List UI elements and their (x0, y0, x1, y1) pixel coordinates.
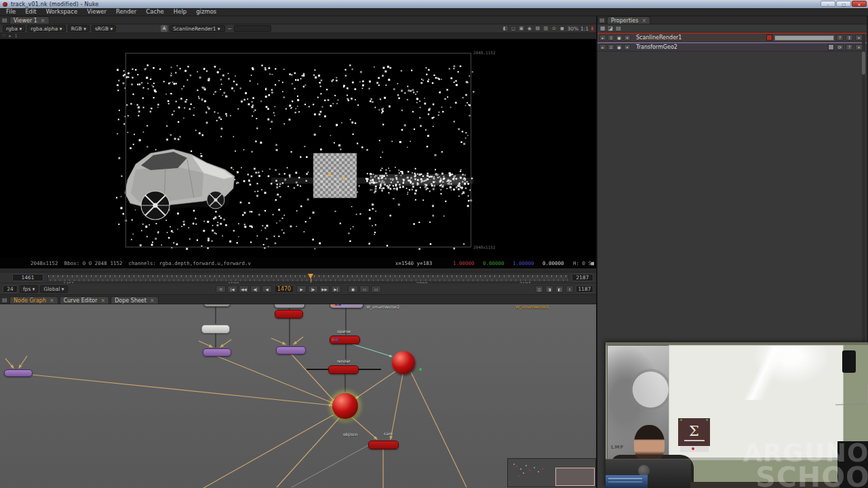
transport-button[interactable]: ◀ (262, 285, 272, 293)
node-graph-panel[interactable]: sparserenderobj/scncamW_smartVector2W_sm… (0, 304, 596, 488)
header-button[interactable]: ↕ (608, 44, 614, 50)
close-icon[interactable]: × (50, 298, 54, 304)
node-cut-gray2[interactable] (274, 304, 305, 308)
fps-dropdown[interactable]: fps ▾ (20, 285, 38, 293)
transport-button[interactable]: |▶ (308, 285, 318, 293)
header-icon-button[interactable]: ↥ (846, 35, 853, 41)
node-red-sparse[interactable] (330, 336, 360, 344)
properties-toolbar-icon[interactable]: ▤ (616, 25, 621, 31)
viewer-tool-icon[interactable]: ◧ (502, 26, 508, 32)
node-wire[interactable] (294, 337, 303, 344)
node-wire[interactable] (292, 445, 368, 487)
panel-menu-icon[interactable]: ▤ (599, 17, 605, 23)
range-mode-dropdown[interactable]: Global ▾ (40, 285, 67, 293)
menu-item-render[interactable]: Render (111, 8, 141, 16)
transport-button[interactable]: |◀ (227, 285, 237, 293)
timeline-right-icon[interactable]: ⇩ (566, 285, 574, 293)
header-button[interactable]: ▸ (599, 44, 606, 50)
node-red-render[interactable] (328, 365, 359, 374)
a-buffer-badge[interactable]: A (161, 25, 167, 32)
menu-item-cache[interactable]: Cache (141, 8, 168, 16)
node-sphere-selected[interactable] (332, 393, 358, 419)
channels-dropdown[interactable]: rgba ▾ (3, 25, 25, 32)
properties-toolbar-icon[interactable]: ▦ (600, 25, 606, 31)
panel-menu-icon[interactable]: ▤ (2, 297, 7, 303)
viewer-tool-icon[interactable]: ◼ (559, 26, 565, 32)
node-white[interactable] (201, 325, 230, 333)
node-purple-left[interactable] (4, 369, 33, 377)
node-color-swatch[interactable] (828, 44, 834, 50)
close-icon[interactable]: × (150, 298, 155, 304)
header-button[interactable]: ● (616, 44, 623, 50)
proxy-toggle[interactable]: 1:1 (580, 26, 589, 32)
menu-item-gizmos[interactable]: gizmos (191, 8, 221, 16)
viewer-tool-icon[interactable]: ▣ (518, 26, 524, 32)
transport-button[interactable]: ▶| (331, 285, 341, 293)
transport-button[interactable]: ▭ (371, 285, 381, 293)
maximize-button[interactable]: ▢ (836, 1, 851, 7)
node-wire[interactable] (19, 356, 27, 368)
colorspace-dropdown[interactable]: sRGB ▾ (92, 25, 116, 32)
tab-curve-editor[interactable]: Curve Editor× (60, 296, 110, 304)
transport-button[interactable]: ⟲ (216, 285, 226, 293)
frame-range-field[interactable]: 1187 (576, 285, 593, 293)
subtoolbar-icon[interactable]: ∷ (3, 33, 5, 39)
node-red-top[interactable] (275, 310, 303, 319)
node-wire[interactable] (199, 341, 212, 347)
properties-header-scanlinerender1[interactable]: ▸↕●▾ScanlineRender1?↥× (597, 33, 867, 42)
end-frame-field[interactable]: 2187 (572, 274, 593, 281)
menu-item-workspace[interactable]: Workspace (41, 8, 82, 16)
node-wire[interactable] (391, 374, 403, 439)
current-frame-display[interactable]: 1470 (275, 285, 294, 293)
close-icon[interactable]: × (101, 298, 106, 304)
menu-item-file[interactable]: File (1, 8, 20, 16)
minimap-view-rect[interactable] (555, 468, 595, 486)
transport-button[interactable]: ◀| (250, 285, 260, 293)
node-color-swatch[interactable] (766, 35, 772, 41)
viewer-viewport[interactable]: 2048,1152 2048x1152 (0, 39, 596, 258)
close-icon[interactable]: × (41, 18, 45, 24)
node-purple-b[interactable] (276, 346, 306, 354)
node-wire[interactable] (277, 418, 339, 487)
fps-field[interactable]: 24 (3, 285, 18, 293)
header-button[interactable]: ● (616, 35, 623, 41)
node-wire[interactable] (218, 357, 334, 403)
menu-item-edit[interactable]: Edit (20, 8, 41, 16)
alpha-dropdown[interactable]: rgba.alpha ▾ (27, 25, 65, 32)
node-wire[interactable] (220, 340, 231, 347)
properties-toolbar-icon[interactable]: ◪ (608, 25, 614, 31)
a-input-dropdown[interactable]: ScanlineRender1 ▾ (170, 25, 225, 32)
tab-properties[interactable]: Properties × (607, 16, 650, 24)
node-graph-minimap[interactable] (507, 458, 596, 487)
header-button[interactable]: ▾ (624, 35, 631, 41)
node-wire[interactable] (271, 338, 285, 344)
properties-header-transformgeo2[interactable]: ▸↕●▾TransformGeo2⟳?× (597, 42, 867, 52)
info-bar-icon[interactable]: ▩ (591, 260, 594, 266)
header-icon-button[interactable]: ? (846, 44, 853, 50)
header-button[interactable]: ↕ (608, 35, 614, 41)
close-icon[interactable]: × (642, 18, 646, 24)
timeline-right-icon[interactable]: ◨ (545, 285, 553, 293)
display-dropdown[interactable]: RGB ▾ (68, 25, 90, 32)
node-purple-a[interactable] (203, 348, 231, 357)
close-button[interactable]: × (852, 1, 867, 7)
timeline-ruler[interactable]: 1461150020002187 (47, 274, 569, 282)
node-wire[interactable] (355, 371, 395, 399)
node-cut-gray[interactable] (203, 304, 231, 307)
transport-button[interactable]: ◀◀ (239, 285, 249, 293)
node-wire[interactable] (33, 375, 332, 405)
menu-item-viewer[interactable]: Viewer (82, 8, 111, 16)
transport-button[interactable]: ▭ (359, 285, 370, 293)
node-wire[interactable] (5, 359, 14, 368)
transport-button[interactable]: ▶▶ (319, 285, 330, 293)
menu-item-help[interactable]: Help (169, 8, 191, 16)
panel-menu-icon[interactable]: ▤ (2, 17, 7, 23)
node-wire[interactable] (349, 343, 392, 357)
transport-button[interactable]: ◼ (348, 285, 358, 293)
transport-button[interactable]: ▶ (296, 285, 307, 293)
viewer-tool-icon[interactable]: ▤ (534, 26, 540, 32)
zoom-level[interactable]: 30% (567, 26, 578, 32)
minimize-button[interactable]: – (821, 1, 835, 7)
node-wire[interactable] (411, 372, 467, 487)
viewer-tool-icon[interactable]: ◉ (526, 26, 532, 32)
